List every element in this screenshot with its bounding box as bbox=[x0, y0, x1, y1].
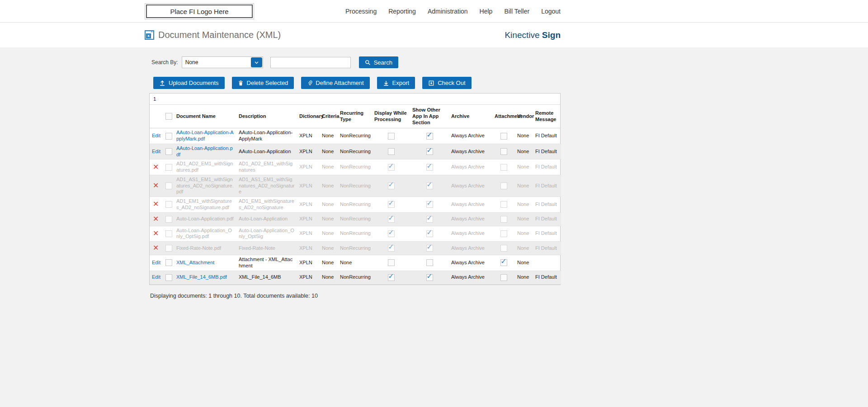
recurring-type-cell: NonRecurring bbox=[338, 226, 372, 242]
edit-link[interactable]: Edit bbox=[152, 260, 160, 265]
attachment-checkbox[interactable] bbox=[500, 230, 507, 237]
remote-message-cell: FI Default bbox=[533, 144, 561, 159]
table-row: Edit AAuto-Loan-Application-ApplyMark.pd… bbox=[150, 128, 561, 144]
show-other-app-checkbox[interactable] bbox=[426, 201, 433, 208]
nav-processing[interactable]: Processing bbox=[345, 8, 377, 15]
row-checkbox[interactable] bbox=[165, 182, 172, 189]
delete-x-icon[interactable]: ✕ bbox=[152, 163, 159, 171]
delete-x-icon[interactable]: ✕ bbox=[152, 200, 159, 208]
attachment-checkbox[interactable] bbox=[500, 164, 507, 171]
upload-documents-button[interactable]: Upload Documents bbox=[153, 77, 225, 89]
check-out-button[interactable]: Check Out bbox=[422, 77, 471, 89]
show-other-app-checkbox[interactable] bbox=[426, 216, 433, 223]
xml-document-icon: ^ x bbox=[145, 30, 154, 40]
document-name-link[interactable]: XML_File_14_6MB.pdf bbox=[176, 274, 227, 280]
row-checkbox[interactable] bbox=[165, 274, 172, 281]
display-while-processing-checkbox[interactable] bbox=[388, 148, 395, 155]
row-checkbox[interactable] bbox=[165, 259, 172, 266]
select-all-checkbox[interactable] bbox=[165, 113, 172, 120]
document-name-link[interactable]: AD1_AD2_EM1_withSignatures.pdf bbox=[176, 161, 233, 173]
attachment-checkbox[interactable] bbox=[500, 182, 507, 189]
top-nav: Processing Reporting Administration Help… bbox=[345, 8, 561, 15]
search-button[interactable]: Search bbox=[359, 56, 398, 68]
criteria-cell: None bbox=[320, 144, 338, 159]
attachment-checkbox[interactable] bbox=[500, 133, 507, 140]
document-name-link[interactable]: XML_Attachment bbox=[176, 260, 214, 265]
search-by-dropdown[interactable]: None bbox=[182, 56, 263, 68]
display-while-processing-checkbox[interactable] bbox=[388, 201, 395, 208]
table-row: Edit AAuto-Loan-Application.pdf AAuto-Lo… bbox=[150, 144, 561, 159]
row-checkbox[interactable] bbox=[165, 216, 172, 223]
delete-selected-button[interactable]: Delete Selected bbox=[232, 77, 294, 89]
show-other-app-checkbox[interactable] bbox=[426, 133, 433, 140]
dictionary-cell: XPLN bbox=[297, 212, 320, 226]
description-cell: AAuto-Loan-Application-ApplyMark bbox=[236, 128, 297, 144]
nav-logout[interactable]: Logout bbox=[541, 8, 561, 15]
delete-x-icon[interactable]: ✕ bbox=[152, 182, 159, 189]
col-action bbox=[150, 105, 163, 128]
display-while-processing-checkbox[interactable] bbox=[388, 133, 395, 140]
description-cell: Auto-Loan-Application bbox=[236, 212, 297, 226]
nav-administration[interactable]: Administration bbox=[428, 8, 468, 15]
display-while-processing-checkbox[interactable] bbox=[388, 274, 395, 281]
remote-message-cell: FI Default bbox=[533, 212, 561, 226]
document-name-link[interactable]: Auto-Loan-Application_Only_OptSig.pdf bbox=[176, 228, 232, 239]
display-while-processing-checkbox[interactable] bbox=[388, 216, 395, 223]
recurring-type-cell: None bbox=[338, 255, 372, 271]
attachment-checkbox[interactable] bbox=[500, 201, 507, 208]
show-other-app-checkbox[interactable] bbox=[426, 274, 433, 281]
col-recurring-type: Recurring Type bbox=[338, 105, 372, 128]
display-while-processing-checkbox[interactable] bbox=[388, 230, 395, 237]
edit-link[interactable]: Edit bbox=[152, 149, 160, 154]
delete-x-icon[interactable]: ✕ bbox=[152, 229, 159, 237]
attachment-checkbox[interactable] bbox=[500, 259, 507, 266]
display-while-processing-checkbox[interactable] bbox=[388, 259, 395, 266]
attachment-checkbox[interactable] bbox=[500, 245, 507, 252]
description-cell: AD1_AS1_EM1_withSignatures_AD2_noSignatu… bbox=[236, 175, 297, 196]
row-checkbox[interactable] bbox=[165, 148, 172, 155]
document-name-link[interactable]: AD1_AS1_EM1_withSignatures_AD2_noSignatu… bbox=[176, 177, 234, 195]
delete-x-icon[interactable]: ✕ bbox=[152, 215, 159, 223]
show-other-app-checkbox[interactable] bbox=[426, 259, 433, 266]
attachment-checkbox[interactable] bbox=[500, 216, 507, 223]
document-name-link[interactable]: AAuto-Loan-Application-ApplyMark.pdf bbox=[176, 130, 234, 141]
search-input[interactable] bbox=[270, 57, 351, 68]
criteria-cell: None bbox=[320, 175, 338, 196]
row-checkbox[interactable] bbox=[165, 245, 172, 252]
criteria-cell: None bbox=[320, 255, 338, 271]
row-checkbox[interactable] bbox=[165, 201, 172, 208]
define-attachment-button[interactable]: Define Attachment bbox=[301, 77, 369, 89]
dictionary-cell: XPLN bbox=[297, 128, 320, 144]
row-checkbox[interactable] bbox=[165, 230, 172, 237]
display-while-processing-checkbox[interactable] bbox=[388, 245, 395, 252]
edit-link[interactable]: Edit bbox=[152, 274, 160, 280]
display-while-processing-checkbox[interactable] bbox=[388, 182, 395, 189]
row-checkbox[interactable] bbox=[165, 133, 172, 140]
page-number[interactable]: 1 bbox=[152, 96, 157, 102]
document-name-link[interactable]: Fixed-Rate-Note.pdf bbox=[176, 245, 221, 251]
delete-x-icon[interactable]: ✕ bbox=[152, 244, 159, 252]
button-label: Export bbox=[392, 80, 410, 86]
document-name-link[interactable]: AD1_EM1_withSignatures_AD2_noSignature.p… bbox=[176, 198, 232, 210]
attachment-checkbox[interactable] bbox=[500, 148, 507, 155]
show-other-app-checkbox[interactable] bbox=[426, 230, 433, 237]
recurring-type-cell: NonRecurring bbox=[338, 212, 372, 226]
show-other-app-checkbox[interactable] bbox=[426, 148, 433, 155]
show-other-app-checkbox[interactable] bbox=[426, 182, 433, 189]
show-other-app-checkbox[interactable] bbox=[426, 164, 433, 171]
document-name-link[interactable]: Auto-Loan-Application.pdf bbox=[176, 216, 234, 221]
nav-reporting[interactable]: Reporting bbox=[388, 8, 416, 15]
chevron-down-icon[interactable] bbox=[251, 57, 262, 67]
edit-link[interactable]: Edit bbox=[152, 133, 160, 138]
display-while-processing-checkbox[interactable] bbox=[388, 164, 395, 171]
table-row: ✕ Auto-Loan-Application_Only_OptSig.pdf … bbox=[150, 226, 561, 242]
show-other-app-checkbox[interactable] bbox=[426, 245, 433, 252]
document-name-link[interactable]: AAuto-Loan-Application.pdf bbox=[176, 145, 233, 157]
row-checkbox[interactable] bbox=[165, 164, 172, 171]
nav-user-bill-teller[interactable]: Bill Teller bbox=[504, 8, 529, 15]
export-button[interactable]: Export bbox=[377, 77, 415, 89]
search-icon bbox=[365, 60, 371, 65]
search-bar: Search By: None Search bbox=[151, 56, 561, 68]
nav-help[interactable]: Help bbox=[480, 8, 493, 15]
attachment-checkbox[interactable] bbox=[500, 274, 507, 281]
